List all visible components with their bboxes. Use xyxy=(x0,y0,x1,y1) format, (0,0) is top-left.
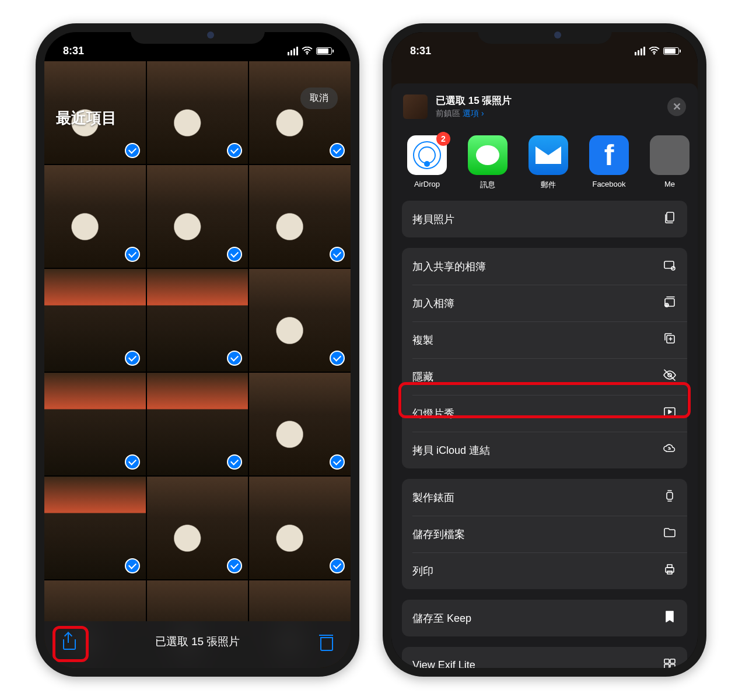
photo-thumb[interactable] xyxy=(147,165,249,268)
selected-check-icon xyxy=(227,143,242,158)
action-shared-album[interactable]: 加入共享的相簿 xyxy=(402,248,687,285)
exif-icon xyxy=(663,657,677,668)
selected-check-icon xyxy=(227,351,242,366)
app-mail[interactable]: 郵件 xyxy=(524,135,572,190)
airdrop-badge: 2 xyxy=(436,132,450,146)
status-bar: 8:31 xyxy=(44,39,351,62)
bottom-toolbar: 已選取 15 張照片 xyxy=(44,621,351,668)
sheet-header: 已選取 15 張照片 前鎮區 選項› ✕ xyxy=(391,83,698,130)
selected-check-icon xyxy=(227,558,242,573)
screen-right: 8:31 已選取 15 張照片 前鎮區 選項› ✕ xyxy=(391,32,698,668)
selected-check-icon xyxy=(227,247,242,262)
svg-rect-16 xyxy=(664,664,669,668)
wifi-icon xyxy=(302,47,313,55)
selected-check-icon xyxy=(125,247,140,262)
print-icon xyxy=(663,562,677,579)
trash-icon[interactable] xyxy=(318,634,334,650)
watch-icon xyxy=(663,489,677,506)
selected-check-icon xyxy=(125,351,140,366)
wifi-icon xyxy=(649,47,660,55)
action-add-album[interactable]: 加入相簿 xyxy=(402,285,687,321)
airdrop-icon: 2 xyxy=(407,135,447,175)
photo-thumb[interactable] xyxy=(249,165,351,268)
photo-thumb[interactable] xyxy=(44,165,146,268)
actions-list: 拷貝照片 加入共享的相簿 加入相簿 複製 隱藏 幻燈片秀 拷貝 iCloud 連… xyxy=(391,201,698,668)
selection-count: 已選取 15 張照片 xyxy=(155,634,240,649)
svg-point-1 xyxy=(653,53,655,55)
messages-icon xyxy=(468,135,508,175)
selected-check-icon xyxy=(330,143,345,158)
svg-rect-14 xyxy=(664,659,669,663)
photo-thumb[interactable] xyxy=(147,269,249,372)
cellular-icon xyxy=(288,47,298,55)
share-apps-row[interactable]: 2 AirDrop 訊息 郵件 Facebook Me xyxy=(391,130,698,201)
svg-point-0 xyxy=(306,53,308,55)
app-facebook[interactable]: Facebook xyxy=(585,135,633,190)
selected-check-icon xyxy=(125,143,140,158)
camera-dot xyxy=(207,32,214,38)
selected-check-icon xyxy=(330,247,345,262)
photo-thumb[interactable] xyxy=(249,373,351,475)
more-icon xyxy=(650,135,690,175)
photo-thumb[interactable] xyxy=(147,373,249,475)
photo-thumb[interactable] xyxy=(44,269,146,372)
action-save-keep[interactable]: 儲存至 Keep xyxy=(402,600,687,636)
clock: 8:31 xyxy=(63,45,84,57)
status-bar: 8:31 xyxy=(391,39,698,62)
duplicate-icon xyxy=(663,331,677,348)
action-save-files[interactable]: 儲存到檔案 xyxy=(402,516,687,552)
selected-check-icon xyxy=(125,454,140,470)
action-print[interactable]: 列印 xyxy=(402,552,687,589)
svg-rect-15 xyxy=(670,659,675,663)
close-button[interactable]: ✕ xyxy=(667,97,686,116)
mail-icon xyxy=(528,135,568,175)
svg-rect-2 xyxy=(667,212,674,221)
selected-check-icon xyxy=(227,454,242,470)
cellular-icon xyxy=(635,47,645,55)
album-title: 最近項目 xyxy=(56,108,117,128)
camera-dot xyxy=(554,32,561,38)
action-copy-photo[interactable]: 拷貝照片 xyxy=(402,201,687,237)
action-watch-face[interactable]: 製作錶面 xyxy=(402,479,687,516)
app-more[interactable]: Me xyxy=(646,135,694,190)
action-view-exif[interactable]: View Exif Lite xyxy=(402,647,687,668)
photo-thumb[interactable] xyxy=(44,373,146,475)
clock: 8:31 xyxy=(410,45,431,57)
screen-left: 8:31 最近項目 xyxy=(44,32,351,668)
highlight-hide xyxy=(398,382,691,418)
header-thumbnail xyxy=(403,94,428,119)
status-icons xyxy=(635,47,679,55)
facebook-icon xyxy=(589,135,629,175)
app-messages[interactable]: 訊息 xyxy=(464,135,512,190)
sheet-title: 已選取 15 張照片 xyxy=(436,94,659,107)
battery-icon xyxy=(316,47,332,55)
selected-check-icon xyxy=(330,351,345,366)
action-duplicate[interactable]: 複製 xyxy=(402,321,687,358)
svg-rect-12 xyxy=(667,565,672,568)
options-link[interactable]: 選項› xyxy=(463,108,484,118)
selected-check-icon xyxy=(125,558,140,573)
bookmark-icon xyxy=(663,610,677,626)
photo-thumb[interactable] xyxy=(44,477,146,579)
phone-frame-right: 8:31 已選取 15 張照片 前鎮區 選項› ✕ xyxy=(383,23,706,677)
photo-thumb[interactable] xyxy=(249,61,351,164)
phone-frame-left: 8:31 最近項目 xyxy=(36,23,359,677)
cancel-button[interactable]: 取消 xyxy=(300,88,338,109)
svg-rect-17 xyxy=(670,664,675,668)
sheet-subtitle: 前鎮區 選項› xyxy=(436,108,659,119)
add-album-icon xyxy=(663,295,677,312)
action-icloud-link[interactable]: 拷貝 iCloud 連結 xyxy=(402,432,687,468)
photo-thumb[interactable] xyxy=(249,477,351,579)
photo-thumb[interactable] xyxy=(249,269,351,372)
app-airdrop[interactable]: 2 AirDrop xyxy=(403,135,451,190)
folder-icon xyxy=(663,526,677,542)
battery-icon xyxy=(663,47,679,55)
status-icons xyxy=(288,47,332,55)
shared-album-icon xyxy=(663,258,677,275)
highlight-share xyxy=(52,626,89,662)
svg-rect-10 xyxy=(667,492,673,499)
photo-thumb[interactable] xyxy=(147,61,249,164)
selected-check-icon xyxy=(330,454,345,470)
photo-thumb[interactable] xyxy=(147,477,249,579)
copy-icon xyxy=(663,211,677,228)
